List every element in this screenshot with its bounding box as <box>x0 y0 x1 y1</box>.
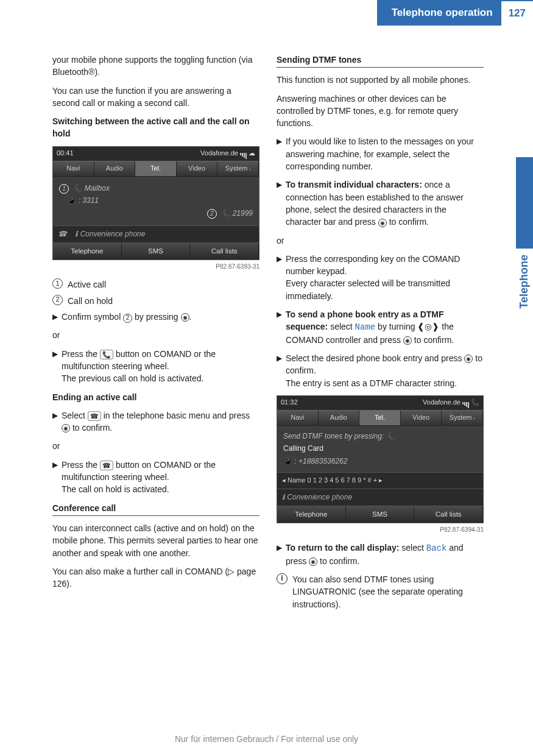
step-return-display: ▶ To return to the call display: select … <box>277 542 484 567</box>
ss1-caption: P82.87-6393-31 <box>52 263 259 272</box>
left-column: your mobile phone supports the toggling … <box>52 54 259 610</box>
ss1-time: 00:41 <box>57 149 74 159</box>
page-number: 127 <box>501 0 533 26</box>
controller-press-icon: ◉ <box>403 336 412 345</box>
conference-para-2: You can also make a further call in COMA… <box>52 565 259 590</box>
header-title: Telephone operation <box>377 0 501 26</box>
legend-2: 2Call on hold <box>52 295 259 307</box>
dtmf-para-2: Answering machines or other devices can … <box>277 93 484 130</box>
ss2-bottom-sms: SMS <box>346 506 415 523</box>
controller-press-icon: ◉ <box>309 557 317 566</box>
ss2-menu-video: Video <box>401 411 442 425</box>
ss1-carrier: Vodafone.de ☁ <box>200 149 255 159</box>
ss2-menu-system: System <box>442 411 483 425</box>
controller-press-icon: ◉ <box>378 219 387 227</box>
menu-back-word: Back <box>426 543 447 553</box>
accept-call-button-icon: 📞 <box>100 350 113 359</box>
info-icon: i <box>277 573 288 584</box>
controller-press-icon: ◉ <box>62 424 70 433</box>
step-select-entry: ▶ Select the desired phone book entry an… <box>277 352 484 389</box>
screenshot-call-toggle: 00:41 Vodafone.de ☁ Navi Audio Tel. Vide… <box>52 146 259 260</box>
side-tab-block <box>516 157 533 249</box>
dtmf-para-1: This function is not supported by all mo… <box>277 74 484 86</box>
step-transmit-chars: ▶ To transmit individual characters: onc… <box>277 178 484 228</box>
ss2-carrier: Vodafone.de 📞 <box>423 398 479 408</box>
end-call-button-icon: ☎ <box>100 461 113 470</box>
intro-para-2: You can use the function if you are answ… <box>52 85 259 110</box>
right-column: Sending DTMF tones This function is not … <box>277 54 484 610</box>
legend-1: 1Active call <box>52 278 259 291</box>
menu-name-word: Name <box>355 322 376 332</box>
controller-press-icon: ◉ <box>181 313 189 322</box>
or-1: or <box>52 329 259 341</box>
footer-watermark: Nur für internen Gebrauch / For internal… <box>0 733 533 745</box>
hangup-menu-icon: ☎ <box>88 411 101 421</box>
or-2: or <box>52 440 259 452</box>
step-press-call-button: ▶ Press the 📞 button on COMAND or the mu… <box>52 348 259 385</box>
heading-ending-call: Ending an active call <box>52 391 259 403</box>
ss1-menu-tel: Tel. <box>135 161 177 176</box>
ss1-menu-video: Video <box>177 161 218 176</box>
ss2-time: 01:32 <box>281 398 298 408</box>
ss1-bottom-sms: SMS <box>122 243 191 260</box>
heading-switching: Switching between the active call and th… <box>52 115 259 140</box>
heading-dtmf: Sending DTMF tones <box>277 54 484 68</box>
page-header: Telephone operation 127 <box>0 0 533 26</box>
step-keypad: ▶ Press the corresponding key on the COM… <box>277 253 484 302</box>
step-listen-messages: ▶ If you would like to listen to the mes… <box>277 135 484 172</box>
ss1-menu-audio: Audio <box>94 161 136 176</box>
side-tab-label: Telephone <box>516 255 532 309</box>
step-select-hangup: ▶ Select ☎ in the telephone basic menu a… <box>52 409 259 434</box>
intro-para-1: your mobile phone supports the toggling … <box>52 54 259 79</box>
ss1-bottom-telephone: Telephone <box>53 243 122 260</box>
ss1-menu-navi: Navi <box>53 161 94 176</box>
controller-press-icon: ◉ <box>464 355 473 363</box>
step-send-phonebook: ▶ To send a phone book entry as a DTMF s… <box>277 308 484 346</box>
ss2-menu-navi: Navi <box>277 411 319 425</box>
or-3: or <box>277 235 484 247</box>
heading-conference: Conference call <box>52 502 259 516</box>
ss1-bottom-calllists: Call lists <box>190 243 259 260</box>
screenshot-dtmf: 01:32 Vodafone.de 📞 Navi Audio Tel. Vide… <box>277 395 484 523</box>
ss1-menu-system: System <box>217 161 259 176</box>
conference-para-1: You can interconnect calls (active and o… <box>52 522 259 559</box>
ss2-menu-tel: Tel. <box>359 411 401 425</box>
ss2-bottom-telephone: Telephone <box>277 506 346 523</box>
ss2-bottom-calllists: Call lists <box>414 506 483 523</box>
info-note: i You can also send DTMF tones using LIN… <box>277 573 484 610</box>
step-confirm-symbol: ▶ Confirm symbol 2 by pressing ◉. <box>52 311 259 323</box>
step-press-end-button: ▶ Press the ☎ button on COMAND or the mu… <box>52 459 259 496</box>
ss2-caption: P82.87-6394-31 <box>277 526 484 535</box>
controller-turn-icon: ❰◎❱ <box>417 322 439 331</box>
ss2-menu-audio: Audio <box>319 411 360 425</box>
